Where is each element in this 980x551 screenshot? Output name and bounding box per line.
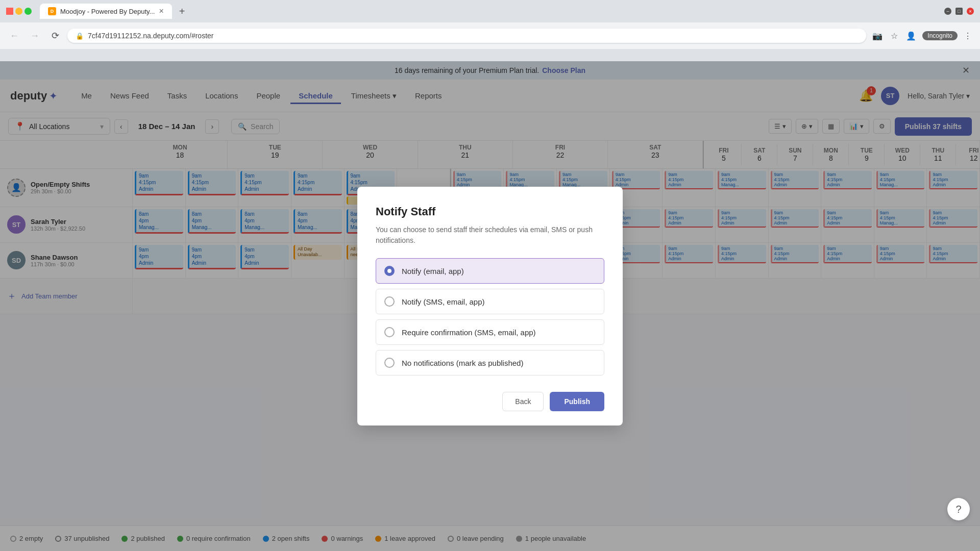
help-icon: ?: [955, 504, 961, 515]
notify-sms-email-app-label: Notify (SMS, email, app): [402, 297, 485, 306]
no-notifications-option[interactable]: No notifications (mark as published): [376, 350, 604, 375]
modal-footer: Back Publish: [376, 392, 604, 411]
notify-sms-email-app-option[interactable]: Notify (SMS, email, app): [376, 289, 604, 314]
radio-circle-4: [384, 358, 395, 368]
modal-overlay: Notify Staff You can choose to send staf…: [0, 61, 980, 551]
require-confirmation-label: Require confirmation (SMS, email, app): [402, 328, 536, 337]
modal-title: Notify Staff: [376, 205, 604, 218]
url-text: 7cf47d19112152.na.deputy.com/#roster: [88, 32, 213, 40]
radio-circle-2: [384, 296, 395, 307]
window-minimize-btn[interactable]: [15, 8, 22, 15]
menu-icon[interactable]: ⋮: [962, 29, 974, 43]
browser-chrome: D Moodjoy - Powered By Deputy... × + – □…: [0, 0, 980, 61]
tab-bar: D Moodjoy - Powered By Deputy... × +: [40, 4, 189, 19]
browser-actions: 📷 ☆ 👤 Incognito ⋮: [870, 29, 974, 43]
secure-icon: 🔒: [76, 32, 84, 40]
require-confirmation-option[interactable]: Require confirmation (SMS, email, app): [376, 319, 604, 345]
window-minimize-icon[interactable]: –: [944, 8, 951, 15]
forward-button[interactable]: →: [27, 28, 43, 44]
window-restore-icon[interactable]: □: [955, 8, 963, 15]
new-tab-button[interactable]: +: [175, 4, 189, 19]
tab-close-btn[interactable]: ×: [159, 7, 163, 16]
camera-off-icon[interactable]: 📷: [870, 29, 885, 43]
notify-email-app-label: Notify (email, app): [402, 267, 464, 276]
profile-icon[interactable]: 👤: [904, 29, 918, 43]
no-notifications-label: No notifications (mark as published): [402, 359, 523, 367]
notify-email-app-option[interactable]: Notify (email, app): [376, 258, 604, 284]
app-container: 16 days remaining of your Premium Plan t…: [0, 61, 980, 551]
tab-favicon: D: [48, 7, 56, 15]
help-button[interactable]: ?: [947, 498, 970, 520]
browser-titlebar: D Moodjoy - Powered By Deputy... × + – □…: [0, 0, 980, 22]
notify-staff-modal: Notify Staff You can choose to send staf…: [357, 187, 623, 425]
refresh-button[interactable]: ⟳: [47, 28, 63, 44]
modal-publish-button[interactable]: Publish: [550, 392, 604, 411]
window-maximize-btn[interactable]: [24, 8, 32, 15]
window-close-btn[interactable]: [6, 8, 13, 15]
active-tab[interactable]: D Moodjoy - Powered By Deputy... ×: [40, 4, 172, 19]
back-button[interactable]: ←: [6, 28, 22, 44]
incognito-badge: Incognito: [922, 31, 958, 40]
radio-circle-1: [384, 266, 395, 276]
tab-title: Moodjoy - Powered By Deputy...: [60, 8, 155, 15]
browser-nav: ← → ⟳ 🔒 7cf47d19112152.na.deputy.com/#ro…: [0, 22, 980, 49]
window-close-icon[interactable]: ×: [967, 8, 974, 15]
back-button[interactable]: Back: [502, 392, 544, 411]
url-bar[interactable]: 🔒 7cf47d19112152.na.deputy.com/#roster: [67, 29, 866, 43]
modal-subtitle: You can choose to send staff their sched…: [376, 224, 604, 246]
radio-circle-3: [384, 327, 395, 337]
bookmark-icon[interactable]: ☆: [889, 29, 900, 43]
